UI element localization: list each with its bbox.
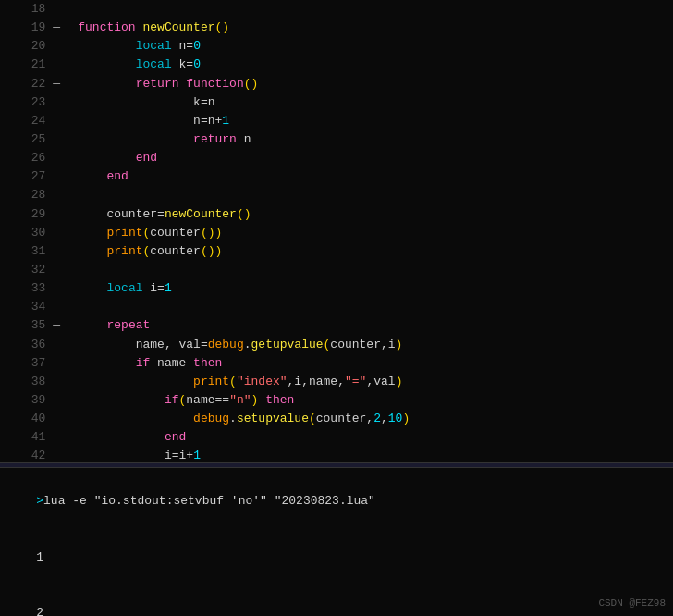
table-row: 29 counter=newCounter() (0, 205, 673, 224)
table-row: 34 (0, 298, 673, 316)
terminal-panel: >lua -e "io.stdout:setvbuf 'no'" "202308… (0, 468, 673, 616)
line-arrow (53, 261, 76, 279)
table-row: 33 local i=1 (0, 279, 673, 298)
line-number: 42 (0, 447, 53, 462)
line-code: name, val=debug.getupvalue(counter,i) (76, 336, 673, 354)
line-number: 41 (0, 428, 53, 447)
line-code: print(counter()) (76, 242, 673, 261)
line-arrow (53, 336, 76, 354)
line-arrow (53, 55, 76, 74)
table-row: 37 — if name then (0, 354, 673, 373)
line-arrow (53, 298, 76, 316)
table-row: 20 local n=0 (0, 37, 673, 55)
line-number: 22 (0, 75, 53, 93)
table-row: 25 return n (0, 130, 673, 149)
table-row: 39 — if(name=="n") then (0, 391, 673, 410)
line-number: 27 (0, 167, 53, 186)
line-code: print("index",i,name,"=",val) (76, 373, 673, 391)
line-code: if name then (76, 354, 673, 373)
line-arrow (53, 0, 76, 18)
line-arrow (53, 205, 76, 224)
table-row: 26 end (0, 149, 673, 167)
line-code: function newCounter() (76, 18, 673, 37)
line-arrow (53, 428, 76, 447)
line-number: 30 (0, 224, 53, 242)
line-code: return function() (76, 75, 673, 93)
line-number: 25 (0, 130, 53, 149)
table-row: 35 — repeat (0, 316, 673, 335)
line-code: end (76, 167, 673, 186)
line-code: local n=0 (76, 37, 673, 55)
line-code: end (76, 428, 673, 447)
line-code: end (76, 149, 673, 167)
line-number: 24 (0, 112, 53, 130)
line-arrow (53, 93, 76, 112)
line-code: if(name=="n") then (76, 391, 673, 410)
line-number: 32 (0, 261, 53, 279)
line-arrow (53, 224, 76, 242)
line-arrow: — (53, 391, 76, 410)
table-row: 19 — function newCounter() (0, 18, 673, 37)
line-code: repeat (76, 316, 673, 335)
line-number: 19 (0, 18, 53, 37)
table-row: 36 name, val=debug.getupvalue(counter,i) (0, 336, 673, 354)
table-row: 18 (0, 0, 673, 18)
line-code: n=n+1 (76, 112, 673, 130)
line-code: k=n (76, 93, 673, 112)
line-arrow (53, 279, 76, 298)
line-number: 18 (0, 0, 53, 18)
line-arrow (53, 112, 76, 130)
line-arrow (53, 447, 76, 462)
terminal-prompt: > (36, 494, 43, 508)
table-row: 24 n=n+1 (0, 112, 673, 130)
code-editor: 18 19 — function newCounter() 20 local n… (0, 0, 673, 462)
table-row: 42 i=i+1 (0, 447, 673, 462)
line-arrow: — (53, 75, 76, 93)
line-code: i=i+1 (76, 447, 673, 462)
table-row: 31 print(counter()) (0, 242, 673, 261)
table-row: 41 end (0, 428, 673, 447)
line-arrow (53, 130, 76, 149)
line-code: return n (76, 130, 673, 149)
terminal-command-line: >lua -e "io.stdout:setvbuf 'no'" "202308… (7, 474, 666, 529)
line-code: debug.setupvalue(counter,2,10) (76, 410, 673, 428)
line-arrow (53, 242, 76, 261)
line-number: 34 (0, 298, 53, 316)
line-code (76, 186, 673, 204)
line-arrow (53, 167, 76, 186)
line-code: print(counter()) (76, 224, 673, 242)
line-number: 40 (0, 410, 53, 428)
table-row: 23 k=n (0, 93, 673, 112)
line-number: 26 (0, 149, 53, 167)
terminal-command: lua -e "io.stdout:setvbuf 'no'" "2023082… (43, 494, 375, 508)
line-arrow (53, 186, 76, 204)
line-number: 33 (0, 279, 53, 298)
line-number: 20 (0, 37, 53, 55)
line-number: 39 (0, 391, 53, 410)
terminal-output-text: 1 (36, 550, 43, 564)
line-arrow: — (53, 18, 76, 37)
terminal-output-1: 1 (7, 529, 666, 585)
line-number: 38 (0, 373, 53, 391)
line-number: 21 (0, 55, 53, 74)
table-row: 21 local k=0 (0, 55, 673, 74)
terminal-output-2: 2 (7, 585, 666, 616)
line-number: 37 (0, 354, 53, 373)
line-code: local k=0 (76, 55, 673, 74)
line-number: 36 (0, 336, 53, 354)
table-row: 22 — return function() (0, 75, 673, 93)
line-arrow: — (53, 316, 76, 335)
table-row: 40 debug.setupvalue(counter,2,10) (0, 410, 673, 428)
line-arrow (53, 410, 76, 428)
line-number: 29 (0, 205, 53, 224)
terminal-output-text: 2 (36, 606, 43, 616)
line-code: counter=newCounter() (76, 205, 673, 224)
line-code (76, 261, 673, 279)
watermark: CSDN @FEZ98 (598, 598, 666, 609)
line-number: 23 (0, 93, 53, 112)
line-number: 31 (0, 242, 53, 261)
line-number: 35 (0, 316, 53, 335)
line-code: local i=1 (76, 279, 673, 298)
line-arrow (53, 373, 76, 391)
line-code (76, 298, 673, 316)
